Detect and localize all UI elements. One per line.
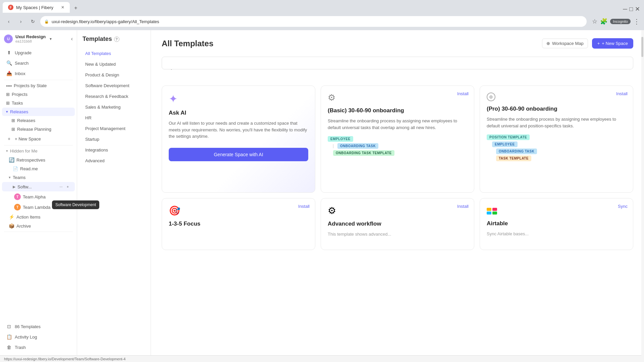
new-space-plus-icon-main: +: [597, 41, 600, 46]
sidebar-item-archive[interactable]: 📦 Archive: [2, 222, 75, 230]
workspace-chevron-icon: ▾: [50, 37, 52, 41]
browser-tabs: F My Spaces | Fibery ✕ + ─ □ ✕: [0, 0, 644, 13]
tasks-label: Tasks: [12, 101, 23, 106]
sidebar-item-tasks[interactable]: ⊞ Tasks: [2, 99, 75, 107]
template-nav-integrations[interactable]: Integrations: [80, 145, 148, 155]
sidebar-item-inbox[interactable]: 📥 Inbox: [2, 68, 75, 78]
focus-install-btn[interactable]: Install: [298, 204, 310, 209]
template-nav-software[interactable]: Software Development: [80, 80, 148, 91]
divider-2: [4, 145, 73, 145]
status-url: https://uxui-redesign.fibery.io/Developm…: [4, 357, 125, 361]
back-btn[interactable]: ‹: [4, 17, 13, 26]
template-card-focus[interactable]: Install 🎯 1-3-5 Focus: [162, 198, 315, 250]
sidebar-item-teams-group[interactable]: ▾ Teams: [2, 173, 75, 182]
menu-btn[interactable]: ⋮: [633, 17, 640, 25]
sidebar-item-team-alpha[interactable]: T Team Alpha: [2, 192, 75, 202]
template-card-basic-onboarding[interactable]: Install ⚙ (Basic) 30-60-90 onboarding St…: [321, 85, 474, 193]
search-wrapper: 🔍: [162, 57, 633, 77]
reload-btn[interactable]: ↻: [28, 17, 38, 26]
airtable-sync-btn[interactable]: Sync: [618, 204, 628, 209]
sidebar-item-upgrade[interactable]: ⬆ Upgrade: [2, 48, 75, 58]
top-bar-actions: ⊕ Workspace Map + + New Space: [542, 38, 633, 49]
sidebar-item-projects[interactable]: ⊞ Projects: [2, 90, 75, 99]
maximize-btn[interactable]: □: [629, 6, 633, 13]
forward-btn[interactable]: ›: [16, 17, 25, 26]
sidebar-inbox-label: Inbox: [15, 71, 25, 76]
scrollbar-thumb[interactable]: [641, 37, 643, 57]
sidebar-item-readme[interactable]: 📄 Read.me: [2, 165, 75, 173]
template-nav-new[interactable]: New & Updated: [80, 59, 148, 69]
advanced-workflow-install-btn[interactable]: Install: [457, 204, 469, 209]
sidebar-item-releases-group[interactable]: ▾ Releases: [2, 108, 75, 116]
tab-close-btn[interactable]: ✕: [61, 5, 64, 10]
template-card-ask-ai[interactable]: ✦ Ask AI Our AI will listen to your need…: [162, 85, 315, 193]
new-space-btn-label: + New Space: [602, 41, 628, 46]
teams-label: Teams: [13, 175, 25, 180]
template-nav-all[interactable]: All Templates: [80, 48, 148, 59]
software-dev-add-btn[interactable]: +: [65, 184, 71, 190]
minimize-btn[interactable]: ─: [623, 6, 627, 13]
pro-onboarding-title: (Pro) 30-60-90 onboarding: [487, 105, 626, 113]
active-tab[interactable]: F My Spaces | Fibery ✕: [3, 2, 70, 13]
releases-label: Releases: [17, 118, 35, 123]
workspace-selector[interactable]: U Uxui Redesign ea131bb8 ▾: [4, 34, 52, 43]
sidebar-item-activity-log[interactable]: 📋 Activity Log: [2, 332, 75, 342]
software-dev-more-btn[interactable]: ···: [58, 184, 64, 190]
sidebar-item-action-items[interactable]: ⚡ Action Items: [2, 213, 75, 221]
template-nav-research[interactable]: Research & Feedback: [80, 91, 148, 102]
template-nav-advanced[interactable]: Advanced: [80, 156, 148, 166]
team-lambda-label: Team Lambda: [23, 205, 50, 210]
help-icon[interactable]: ?: [114, 37, 119, 42]
pro-onboarding-install-btn[interactable]: Install: [616, 91, 628, 96]
template-card-advanced-workflow[interactable]: Install ⚙ Advanced workflow This templat…: [321, 198, 474, 250]
workspace-avatar: U: [4, 35, 13, 43]
sidebar-item-trash[interactable]: 🗑 Trash: [2, 342, 75, 352]
ask-ai-title: Ask AI: [169, 109, 308, 117]
readme-label: Read.me: [20, 166, 38, 171]
sidebar-bottom: ⊡ 86 Templates 📋 Activity Log 🗑 Trash: [0, 318, 77, 355]
close-btn[interactable]: ✕: [635, 5, 640, 13]
sidebar-item-software-dev[interactable]: ▶ Softw... ··· +: [2, 182, 75, 191]
template-nav-project[interactable]: Project Management: [80, 123, 148, 134]
top-bar: All Templates ⊕ Workspace Map + + New Sp…: [162, 38, 633, 49]
pro-tag-employee: EMPLOYEE: [492, 141, 518, 147]
sidebar-item-new-space[interactable]: + + New Space: [2, 134, 75, 144]
bookmark-btn[interactable]: ☆: [592, 18, 597, 25]
sidebar-item-releases[interactable]: ⊞ Releases: [2, 116, 75, 125]
collapse-sidebar-btn[interactable]: ‹: [71, 36, 73, 42]
new-tab-button[interactable]: +: [71, 3, 80, 13]
sidebar-item-search[interactable]: 🔍 Search: [2, 58, 75, 68]
advanced-workflow-desc: This template shows advanced...: [328, 231, 467, 238]
address-bar[interactable]: 🔒 uxui-redesign.fibery.io/fibery/apps-ga…: [40, 16, 587, 27]
workspace-name: Uxui Redesign: [15, 34, 46, 39]
sidebar-item-hidden-for-me[interactable]: ▾ Hidden for Me: [2, 147, 75, 155]
generate-space-btn[interactable]: Generate Space with AI: [169, 148, 308, 161]
extension-btn[interactable]: 🧩: [600, 18, 607, 25]
sidebar-item-team-lambda[interactable]: T Team Lambda: [2, 202, 75, 212]
sidebar-item-projects-by-state[interactable]: ▪▪▪▪ Projects by State: [2, 81, 75, 90]
search-icon: 🔍: [6, 60, 12, 66]
action-items-label: Action Items: [16, 215, 41, 220]
template-search-input[interactable]: [162, 57, 633, 69]
new-space-button[interactable]: + + New Space: [592, 38, 633, 49]
template-nav-product[interactable]: Product & Design: [80, 70, 148, 80]
release-planning-label: Release Planning: [17, 127, 51, 132]
template-card-airtable[interactable]: Sync Airtable Sync Airtable bases...: [480, 198, 633, 250]
template-nav-startup[interactable]: Startup: [80, 134, 148, 144]
template-card-pro-onboarding[interactable]: Install ⚙ (Pro) 30-60-90 onboarding Stre…: [480, 85, 633, 193]
pro-onboarding-icon: ⚙: [487, 93, 495, 101]
templates-grid-row2: Install 🎯 1-3-5 Focus Install ⚙ Advanced…: [162, 198, 633, 250]
template-nav-sales[interactable]: Sales & Marketing: [80, 102, 148, 112]
pro-onboarding-desc: Streamline the onboarding process by ass…: [487, 116, 626, 129]
basic-onboarding-install-btn[interactable]: Install: [457, 91, 469, 96]
sidebar-item-release-planning[interactable]: ⊞ Release Planning: [2, 125, 75, 133]
releases-collapse-icon: ▾: [6, 110, 8, 114]
projects-by-state-icon: ▪▪▪▪: [6, 83, 12, 88]
templates-sidebar-label: 86 Templates: [15, 324, 41, 329]
sidebar-item-retrospectives[interactable]: 🔄 Retrospectives: [2, 156, 75, 164]
template-nav-hr[interactable]: HR: [80, 113, 148, 123]
archive-label: Archive: [16, 224, 31, 229]
workspace-map-button[interactable]: ⊕ Workspace Map: [542, 39, 588, 48]
sidebar-item-templates[interactable]: ⊡ 86 Templates: [2, 321, 75, 331]
action-items-icon: ⚡: [9, 214, 14, 220]
